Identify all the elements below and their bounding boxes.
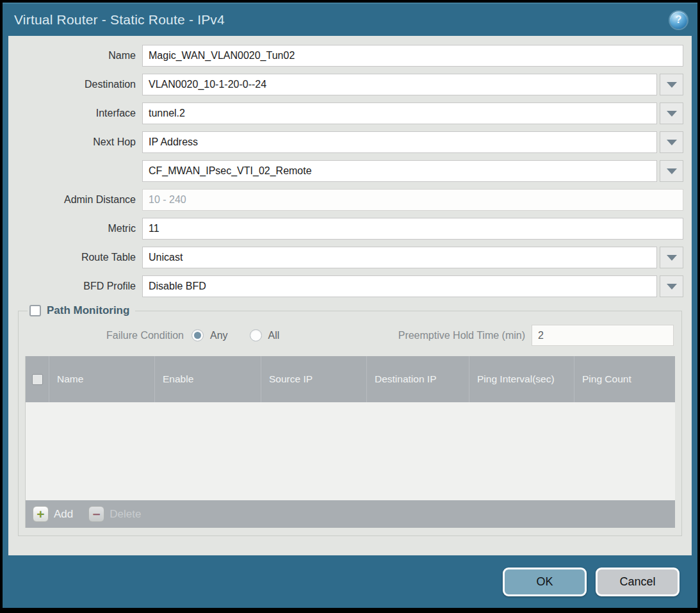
column-header-source-ip: Source IP bbox=[261, 356, 366, 402]
dialog-window: Virtual Router - Static Route - IPv4 ? N… bbox=[3, 3, 697, 608]
delete-button[interactable]: − Delete bbox=[88, 506, 141, 522]
chevron-down-icon bbox=[667, 168, 677, 174]
chevron-down-icon bbox=[667, 284, 677, 290]
select-all-checkbox[interactable] bbox=[32, 374, 43, 385]
form-row-interface: Interface bbox=[17, 102, 683, 124]
column-header-enable: Enable bbox=[154, 356, 261, 402]
chevron-down-icon bbox=[667, 255, 677, 261]
path-monitoring-legend: Path Monitoring bbox=[28, 304, 135, 317]
route-table-dropdown-button[interactable] bbox=[660, 247, 683, 268]
form-row-bfd-profile: BFD Profile bbox=[17, 275, 683, 297]
column-header-name: Name bbox=[49, 356, 154, 402]
interface-dropdown-button[interactable] bbox=[660, 102, 683, 124]
chevron-down-icon bbox=[667, 140, 677, 145]
cancel-button[interactable]: Cancel bbox=[596, 568, 680, 596]
form-row-next-hop: Next Hop bbox=[17, 131, 683, 153]
column-header-ping-interval: Ping Interval(sec) bbox=[469, 356, 574, 402]
all-radio-label: All bbox=[268, 330, 280, 341]
help-icon[interactable]: ? bbox=[670, 12, 687, 29]
form-row-destination: Destination bbox=[17, 74, 683, 95]
path-monitoring-section: Path Monitoring Failure Condition Any Al… bbox=[18, 304, 682, 536]
dialog-footer: OK Cancel bbox=[3, 555, 697, 608]
ok-button[interactable]: OK bbox=[503, 568, 587, 596]
preemptive-hold-input[interactable] bbox=[532, 325, 674, 346]
next-hop-type-input[interactable] bbox=[142, 131, 657, 153]
table-body-empty bbox=[26, 402, 675, 500]
route-table-label: Route Table bbox=[17, 252, 142, 263]
destination-dropdown-button[interactable] bbox=[660, 74, 683, 95]
failure-condition-row: Failure Condition Any All Preemptive Hol… bbox=[24, 325, 674, 346]
add-button[interactable]: + Add bbox=[33, 506, 73, 522]
next-hop-label: Next Hop bbox=[17, 136, 142, 148]
minus-icon: − bbox=[88, 506, 104, 522]
destination-input[interactable] bbox=[142, 74, 657, 95]
column-header-ping-count: Ping Count bbox=[574, 356, 675, 402]
any-radio-label: Any bbox=[210, 330, 228, 341]
title-bar: Virtual Router - Static Route - IPv4 ? bbox=[3, 4, 697, 36]
next-hop-address-input[interactable] bbox=[142, 160, 657, 182]
chevron-down-icon bbox=[667, 82, 677, 88]
next-hop-address-dropdown-button[interactable] bbox=[660, 160, 683, 182]
delete-button-label: Delete bbox=[110, 508, 141, 521]
table-toolbar: + Add − Delete bbox=[26, 500, 675, 528]
radio-option-any: Any bbox=[191, 329, 228, 341]
bfd-profile-input[interactable] bbox=[142, 275, 657, 297]
failure-condition-label: Failure Condition bbox=[24, 330, 191, 341]
screenshot-frame: Virtual Router - Static Route - IPv4 ? N… bbox=[0, 0, 700, 613]
bfd-profile-dropdown-button[interactable] bbox=[660, 275, 683, 297]
bfd-profile-label: BFD Profile bbox=[17, 281, 142, 292]
metric-label: Metric bbox=[17, 223, 142, 234]
admin-distance-input[interactable] bbox=[142, 189, 683, 211]
path-monitoring-checkbox[interactable] bbox=[29, 305, 41, 316]
question-mark-glyph: ? bbox=[676, 15, 682, 25]
all-radio[interactable] bbox=[250, 329, 262, 341]
add-button-label: Add bbox=[54, 508, 73, 521]
form-row-route-table: Route Table bbox=[17, 247, 683, 268]
dialog-title: Virtual Router - Static Route - IPv4 bbox=[14, 12, 225, 28]
radio-option-all: All bbox=[250, 329, 280, 341]
preemptive-hold-label: Preemptive Hold Time (min) bbox=[398, 330, 532, 341]
table-header-row: Name Enable Source IP Destination IP Pin… bbox=[26, 356, 675, 402]
any-radio[interactable] bbox=[191, 329, 204, 341]
path-monitoring-title: Path Monitoring bbox=[47, 304, 129, 317]
form-row-metric: Metric bbox=[17, 218, 683, 240]
chevron-down-icon bbox=[667, 111, 677, 117]
route-table-input[interactable] bbox=[142, 247, 657, 268]
destination-label: Destination bbox=[17, 79, 142, 90]
name-label: Name bbox=[17, 50, 142, 61]
next-hop-type-dropdown-button[interactable] bbox=[660, 131, 683, 153]
form-row-admin-distance: Admin Distance bbox=[17, 189, 683, 211]
plus-icon: + bbox=[33, 506, 49, 522]
form-row-name: Name bbox=[17, 45, 683, 67]
metric-input[interactable] bbox=[142, 218, 683, 240]
dialog-body: Name Destination Interface bbox=[8, 36, 692, 555]
table-header-checkbox-cell bbox=[26, 356, 49, 402]
path-monitoring-table: Name Enable Source IP Destination IP Pin… bbox=[25, 356, 675, 528]
admin-distance-label: Admin Distance bbox=[17, 194, 142, 206]
interface-label: Interface bbox=[17, 108, 142, 119]
column-header-destination-ip: Destination IP bbox=[366, 356, 469, 402]
radio-dot bbox=[194, 332, 201, 339]
interface-input[interactable] bbox=[142, 102, 657, 124]
name-input[interactable] bbox=[142, 45, 683, 67]
form-row-next-hop-address bbox=[17, 160, 683, 182]
